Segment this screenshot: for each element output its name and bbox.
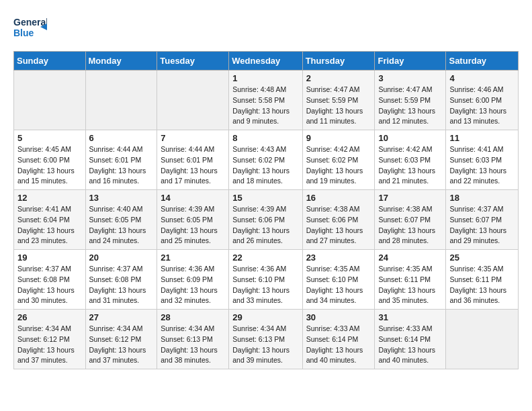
day-number: 29: [232, 312, 298, 322]
day-number: 6: [89, 133, 154, 143]
calendar-cell: [446, 310, 519, 369]
svg-text:Blue: Blue: [13, 28, 34, 38]
calendar-cell: 2Sunrise: 4:47 AM Sunset: 5:59 PM Daylig…: [302, 71, 375, 130]
calendar-week-2: 5Sunrise: 4:45 AM Sunset: 6:00 PM Daylig…: [14, 130, 519, 190]
day-info: Sunrise: 4:47 AM Sunset: 5:59 PM Dayligh…: [378, 85, 442, 127]
day-number: 12: [17, 193, 82, 203]
day-number: 15: [232, 193, 298, 203]
day-info: Sunrise: 4:39 AM Sunset: 6:05 PM Dayligh…: [161, 204, 225, 246]
weekday-header-thursday: Thursday: [302, 52, 375, 71]
calendar-cell: [157, 71, 229, 130]
calendar-cell: 20Sunrise: 4:37 AM Sunset: 6:08 PM Dayli…: [85, 250, 157, 310]
day-number: 3: [378, 73, 442, 83]
calendar-cell: 31Sunrise: 4:33 AM Sunset: 6:14 PM Dayli…: [375, 310, 446, 369]
day-number: 8: [232, 133, 298, 143]
day-info: Sunrise: 4:45 AM Sunset: 6:00 PM Dayligh…: [17, 144, 82, 187]
day-info: Sunrise: 4:41 AM Sunset: 6:03 PM Dayligh…: [449, 144, 515, 187]
calendar-week-4: 19Sunrise: 4:37 AM Sunset: 6:08 PM Dayli…: [14, 250, 519, 310]
day-number: 18: [449, 193, 515, 203]
calendar-cell: 21Sunrise: 4:36 AM Sunset: 6:09 PM Dayli…: [157, 250, 229, 310]
calendar-cell: 29Sunrise: 4:34 AM Sunset: 6:13 PM Dayli…: [229, 310, 302, 369]
day-info: Sunrise: 4:43 AM Sunset: 6:02 PM Dayligh…: [232, 144, 298, 187]
day-info: Sunrise: 4:42 AM Sunset: 6:02 PM Dayligh…: [306, 144, 371, 187]
calendar-cell: 12Sunrise: 4:41 AM Sunset: 6:04 PM Dayli…: [14, 190, 86, 250]
day-number: 24: [378, 253, 442, 263]
calendar-cell: 18Sunrise: 4:37 AM Sunset: 6:07 PM Dayli…: [446, 190, 519, 250]
calendar-cell: 27Sunrise: 4:34 AM Sunset: 6:12 PM Dayli…: [85, 310, 157, 369]
day-info: Sunrise: 4:42 AM Sunset: 6:03 PM Dayligh…: [378, 144, 442, 187]
calendar-cell: 17Sunrise: 4:38 AM Sunset: 6:07 PM Dayli…: [375, 190, 446, 250]
day-info: Sunrise: 4:34 AM Sunset: 6:13 PM Dayligh…: [161, 324, 225, 366]
day-info: Sunrise: 4:48 AM Sunset: 5:58 PM Dayligh…: [232, 85, 298, 127]
day-number: 25: [449, 253, 515, 263]
calendar-cell: 26Sunrise: 4:34 AM Sunset: 6:12 PM Dayli…: [14, 310, 86, 369]
day-info: Sunrise: 4:37 AM Sunset: 6:07 PM Dayligh…: [449, 204, 515, 246]
calendar-cell: 7Sunrise: 4:44 AM Sunset: 6:01 PM Daylig…: [157, 130, 229, 190]
day-info: Sunrise: 4:35 AM Sunset: 6:11 PM Dayligh…: [378, 264, 442, 306]
day-info: Sunrise: 4:34 AM Sunset: 6:12 PM Dayligh…: [17, 324, 82, 366]
day-info: Sunrise: 4:46 AM Sunset: 6:00 PM Dayligh…: [449, 85, 515, 127]
day-number: 21: [161, 253, 225, 263]
day-number: 23: [306, 253, 371, 263]
weekday-header-friday: Friday: [375, 52, 446, 71]
day-info: Sunrise: 4:35 AM Sunset: 6:10 PM Dayligh…: [306, 264, 371, 306]
calendar-cell: 8Sunrise: 4:43 AM Sunset: 6:02 PM Daylig…: [229, 130, 302, 190]
weekday-header-saturday: Saturday: [446, 52, 519, 71]
logo: General Blue: [13, 13, 47, 40]
page-header: General Blue: [13, 13, 519, 40]
logo-icon: General Blue: [13, 13, 47, 40]
calendar-table: SundayMondayTuesdayWednesdayThursdayFrid…: [13, 51, 519, 369]
day-info: Sunrise: 4:36 AM Sunset: 6:10 PM Dayligh…: [232, 264, 298, 306]
day-number: 4: [449, 73, 515, 83]
calendar-cell: 15Sunrise: 4:39 AM Sunset: 6:06 PM Dayli…: [229, 190, 302, 250]
weekday-header-wednesday: Wednesday: [229, 52, 302, 71]
calendar-cell: 25Sunrise: 4:35 AM Sunset: 6:11 PM Dayli…: [446, 250, 519, 310]
day-number: 22: [232, 253, 298, 263]
day-number: 10: [378, 133, 442, 143]
day-info: Sunrise: 4:37 AM Sunset: 6:08 PM Dayligh…: [89, 264, 154, 306]
day-info: Sunrise: 4:38 AM Sunset: 6:06 PM Dayligh…: [306, 204, 371, 246]
calendar-week-3: 12Sunrise: 4:41 AM Sunset: 6:04 PM Dayli…: [14, 190, 519, 250]
day-info: Sunrise: 4:38 AM Sunset: 6:07 PM Dayligh…: [378, 204, 442, 246]
day-number: 20: [89, 253, 154, 263]
day-info: Sunrise: 4:41 AM Sunset: 6:04 PM Dayligh…: [17, 204, 82, 246]
calendar-week-5: 26Sunrise: 4:34 AM Sunset: 6:12 PM Dayli…: [14, 310, 519, 369]
calendar-cell: 6Sunrise: 4:44 AM Sunset: 6:01 PM Daylig…: [85, 130, 157, 190]
day-number: 14: [161, 193, 225, 203]
calendar-cell: 1Sunrise: 4:48 AM Sunset: 5:58 PM Daylig…: [229, 71, 302, 130]
weekday-header-tuesday: Tuesday: [157, 52, 229, 71]
calendar-cell: 28Sunrise: 4:34 AM Sunset: 6:13 PM Dayli…: [157, 310, 229, 369]
calendar-cell: 22Sunrise: 4:36 AM Sunset: 6:10 PM Dayli…: [229, 250, 302, 310]
calendar-cell: 14Sunrise: 4:39 AM Sunset: 6:05 PM Dayli…: [157, 190, 229, 250]
day-info: Sunrise: 4:37 AM Sunset: 6:08 PM Dayligh…: [17, 264, 82, 306]
calendar-cell: 24Sunrise: 4:35 AM Sunset: 6:11 PM Dayli…: [375, 250, 446, 310]
weekday-header-monday: Monday: [85, 52, 157, 71]
day-number: 16: [306, 193, 371, 203]
day-number: 9: [306, 133, 371, 143]
day-info: Sunrise: 4:36 AM Sunset: 6:09 PM Dayligh…: [161, 264, 225, 306]
day-info: Sunrise: 4:39 AM Sunset: 6:06 PM Dayligh…: [232, 204, 298, 246]
day-info: Sunrise: 4:34 AM Sunset: 6:12 PM Dayligh…: [89, 324, 154, 366]
calendar-cell: 4Sunrise: 4:46 AM Sunset: 6:00 PM Daylig…: [446, 71, 519, 130]
day-number: 17: [378, 193, 442, 203]
day-number: 27: [89, 312, 154, 322]
day-number: 2: [306, 73, 371, 83]
day-info: Sunrise: 4:44 AM Sunset: 6:01 PM Dayligh…: [89, 144, 154, 187]
calendar-cell: 10Sunrise: 4:42 AM Sunset: 6:03 PM Dayli…: [375, 130, 446, 190]
day-number: 30: [306, 312, 371, 322]
calendar-cell: 5Sunrise: 4:45 AM Sunset: 6:00 PM Daylig…: [14, 130, 86, 190]
day-info: Sunrise: 4:33 AM Sunset: 6:14 PM Dayligh…: [378, 324, 442, 366]
day-number: 7: [161, 133, 225, 143]
calendar-cell: 16Sunrise: 4:38 AM Sunset: 6:06 PM Dayli…: [302, 190, 375, 250]
day-number: 19: [17, 253, 82, 263]
calendar-week-1: 1Sunrise: 4:48 AM Sunset: 5:58 PM Daylig…: [14, 71, 519, 130]
svg-text:General: General: [13, 17, 47, 28]
calendar-cell: 13Sunrise: 4:40 AM Sunset: 6:05 PM Dayli…: [85, 190, 157, 250]
day-number: 5: [17, 133, 82, 143]
day-info: Sunrise: 4:44 AM Sunset: 6:01 PM Dayligh…: [161, 144, 225, 187]
weekday-header-sunday: Sunday: [14, 52, 86, 71]
calendar-cell: 23Sunrise: 4:35 AM Sunset: 6:10 PM Dayli…: [302, 250, 375, 310]
calendar-cell: [85, 71, 157, 130]
day-info: Sunrise: 4:40 AM Sunset: 6:05 PM Dayligh…: [89, 204, 154, 246]
day-info: Sunrise: 4:35 AM Sunset: 6:11 PM Dayligh…: [449, 264, 515, 306]
